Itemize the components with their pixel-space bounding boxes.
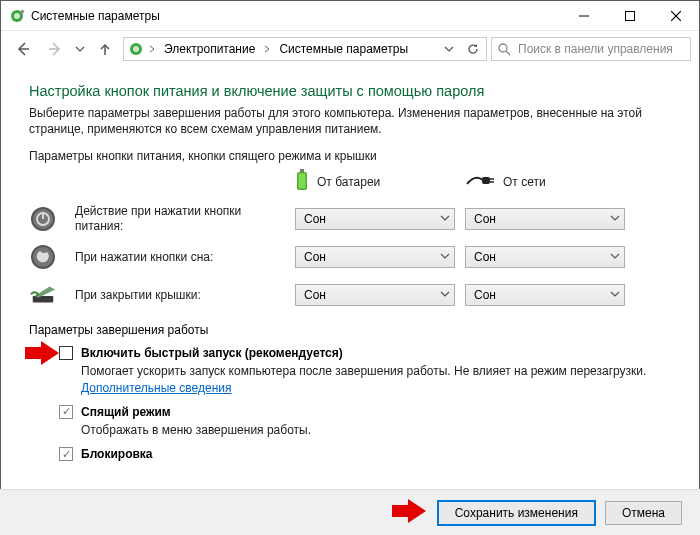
- search-input[interactable]: [516, 41, 690, 57]
- option-sleep-mode-desc: Отображать в меню завершения работы.: [81, 422, 311, 438]
- column-header-battery: От батареи: [295, 169, 455, 194]
- cancel-button-label: Отмена: [622, 506, 665, 520]
- sleep-button-icon: [29, 243, 57, 271]
- chevron-right-icon: [146, 45, 158, 53]
- window-controls: [561, 1, 699, 31]
- row-label-lid: При закрытии крышки:: [75, 288, 285, 302]
- option-lock: ✓ Блокировка: [59, 446, 671, 462]
- svg-rect-17: [482, 177, 490, 184]
- cancel-button[interactable]: Отмена: [605, 501, 682, 525]
- minimize-button[interactable]: [561, 1, 607, 31]
- save-button[interactable]: Сохранить изменения: [438, 501, 595, 525]
- window-title: Системные параметры: [31, 9, 160, 23]
- content-area: Настройка кнопок питания и включение защ…: [1, 67, 699, 462]
- select-lid-ac[interactable]: Сон: [465, 284, 625, 306]
- chevron-down-icon: [440, 212, 450, 226]
- svg-point-12: [499, 44, 507, 52]
- annotation-arrow-icon: [392, 499, 426, 526]
- option-fast-startup-label: Включить быстрый запуск (рекомендуется): [81, 345, 671, 361]
- power-button-icon: [29, 205, 57, 233]
- svg-marker-28: [25, 341, 59, 365]
- checkbox-fast-startup[interactable]: [59, 346, 73, 360]
- breadcrumb-item-2[interactable]: Системные параметры: [275, 42, 412, 56]
- svg-point-1: [14, 13, 20, 19]
- select-value: Сон: [474, 288, 496, 302]
- select-value: Сон: [304, 288, 326, 302]
- app-icon: [9, 8, 25, 24]
- checkbox-sleep-mode[interactable]: ✓: [59, 405, 73, 419]
- footer-bar: Сохранить изменения Отмена: [0, 489, 700, 535]
- search-box[interactable]: [491, 37, 691, 61]
- chevron-down-icon: [440, 250, 450, 264]
- up-button[interactable]: [91, 35, 119, 63]
- svg-rect-26: [33, 296, 54, 303]
- svg-rect-14: [300, 169, 304, 172]
- row-label-sleep-button: При нажатии кнопки сна:: [75, 250, 285, 264]
- breadcrumb-item-1[interactable]: Электропитание: [160, 42, 259, 56]
- checkbox-lock[interactable]: ✓: [59, 447, 73, 461]
- column-header-ac-label: От сети: [503, 175, 546, 189]
- select-sleep-button-battery[interactable]: Сон: [295, 246, 455, 268]
- link-more-info[interactable]: Дополнительные сведения: [81, 381, 231, 395]
- chevron-down-icon: [440, 288, 450, 302]
- address-bar[interactable]: Электропитание Системные параметры: [123, 37, 487, 61]
- svg-rect-4: [626, 11, 635, 20]
- maximize-button[interactable]: [607, 1, 653, 31]
- power-settings-grid: От батареи От сети Действие при нажатии …: [29, 169, 671, 309]
- select-value: Сон: [304, 250, 326, 264]
- back-button[interactable]: [9, 35, 37, 63]
- column-header-battery-label: От батареи: [317, 175, 380, 189]
- title-bar: Системные параметры: [1, 1, 699, 31]
- refresh-button[interactable]: [462, 38, 484, 60]
- plug-icon: [465, 172, 495, 191]
- annotation-arrow-icon: [25, 341, 59, 368]
- section-shutdown-title: Параметры завершения работы: [29, 323, 671, 337]
- battery-icon: [295, 169, 309, 194]
- option-fast-startup-desc: Помогает ускорить запуск компьютера посл…: [81, 363, 671, 395]
- lid-icon: [29, 281, 57, 309]
- navigation-bar: Электропитание Системные параметры: [1, 31, 699, 67]
- section-buttons-title: Параметры кнопки питания, кнопки спящего…: [29, 149, 671, 163]
- close-button[interactable]: [653, 1, 699, 31]
- option-sleep-mode: ✓ Спящий режим Отображать в меню заверше…: [59, 404, 671, 438]
- forward-button[interactable]: [41, 35, 69, 63]
- address-app-icon: [128, 41, 144, 57]
- select-value: Сон: [474, 212, 496, 226]
- recent-locations-button[interactable]: [73, 35, 87, 63]
- chevron-down-icon: [610, 250, 620, 264]
- option-fast-startup: Включить быстрый запуск (рекомендуется) …: [59, 345, 671, 396]
- select-lid-battery[interactable]: Сон: [295, 284, 455, 306]
- row-label-power-button: Действие при нажатии кнопки питания:: [75, 204, 285, 233]
- select-power-button-ac[interactable]: Сон: [465, 208, 625, 230]
- select-value: Сон: [304, 212, 326, 226]
- address-dropdown-button[interactable]: [438, 38, 460, 60]
- option-lock-label: Блокировка: [81, 446, 153, 462]
- chevron-right-icon: [261, 45, 273, 53]
- chevron-down-icon: [610, 212, 620, 226]
- save-button-label: Сохранить изменения: [455, 506, 578, 520]
- page-heading: Настройка кнопок питания и включение защ…: [29, 83, 671, 99]
- svg-point-11: [133, 46, 139, 52]
- select-value: Сон: [474, 250, 496, 264]
- chevron-down-icon: [610, 288, 620, 302]
- option-sleep-mode-label: Спящий режим: [81, 404, 311, 420]
- svg-rect-16: [299, 174, 306, 189]
- select-sleep-button-ac[interactable]: Сон: [465, 246, 625, 268]
- svg-marker-29: [392, 499, 426, 523]
- column-header-ac: От сети: [465, 172, 625, 191]
- search-icon: [492, 43, 516, 56]
- intro-text: Выберите параметры завершения работы для…: [29, 105, 671, 137]
- select-power-button-battery[interactable]: Сон: [295, 208, 455, 230]
- svg-line-13: [506, 51, 510, 55]
